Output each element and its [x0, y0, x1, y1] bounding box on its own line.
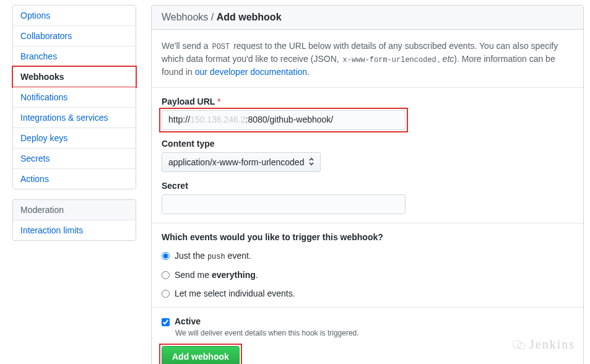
sidebar-item-interaction-limits[interactable]: Interaction limits — [13, 220, 136, 240]
sidebar-item-options[interactable]: Options — [13, 6, 136, 26]
secret-label: Secret — [162, 181, 573, 191]
content-type-label: Content type — [162, 139, 573, 149]
sidebar-item-actions[interactable]: Actions — [13, 169, 136, 189]
add-webhook-button[interactable]: Add webhook — [162, 346, 240, 364]
events-radio-push[interactable] — [162, 252, 170, 260]
payload-url-label: Payload URL * — [162, 97, 573, 106]
sidebar-group-header: Moderation — [13, 200, 136, 220]
developer-docs-link[interactable]: our developer documentation — [195, 67, 307, 77]
sidebar-item-branches[interactable]: Branches — [13, 46, 136, 67]
sidebar-item-deploy-keys[interactable]: Deploy keys — [13, 128, 136, 149]
breadcrumb-current: Add webhook — [217, 12, 282, 22]
sidebar-item-secrets[interactable]: Secrets — [13, 149, 136, 169]
breadcrumb-parent[interactable]: Webhooks — [162, 12, 208, 22]
content-type-value: application/x-www-form-urlencoded — [168, 157, 304, 167]
intro-text: We'll send a POST request to the URL bel… — [162, 40, 573, 79]
sidebar-item-label: Webhooks — [20, 72, 64, 82]
sidebar-item-notifications[interactable]: Notifications — [13, 87, 136, 108]
breadcrumb: Webhooks / Add webhook — [152, 6, 583, 30]
events-title: Which events would you like to trigger t… — [162, 232, 573, 242]
events-radio-everything-label[interactable]: Send me everything. — [175, 270, 258, 280]
events-radio-push-label[interactable]: Just the push event. — [175, 251, 251, 261]
sidebar-item-collaborators[interactable]: Collaborators — [13, 26, 136, 46]
sidebar-item-integrations[interactable]: Integrations & services — [13, 108, 136, 128]
active-checkbox[interactable] — [162, 318, 170, 326]
secret-input[interactable] — [162, 194, 406, 214]
main-panel: Webhooks / Add webhook We'll send a POST… — [151, 5, 584, 364]
chevron-updown-icon — [309, 158, 314, 167]
sidebar-item-webhooks[interactable]: Webhooks — [13, 67, 136, 87]
active-description: We will deliver event details when this … — [175, 329, 573, 337]
payload-url-input[interactable]: http://150.136.246.2:8080/github-webhook… — [162, 110, 406, 130]
events-radio-everything[interactable] — [162, 271, 170, 279]
events-radio-individual[interactable] — [162, 290, 170, 298]
events-radio-individual-label[interactable]: Let me select individual events. — [175, 288, 295, 298]
sidebar-settings-group: Options Collaborators Branches Webhooks … — [12, 5, 136, 189]
content-type-select[interactable]: application/x-www-form-urlencoded — [162, 152, 321, 172]
sidebar-moderation-group: Moderation Interaction limits — [12, 199, 136, 241]
active-label[interactable]: Active — [175, 316, 201, 326]
